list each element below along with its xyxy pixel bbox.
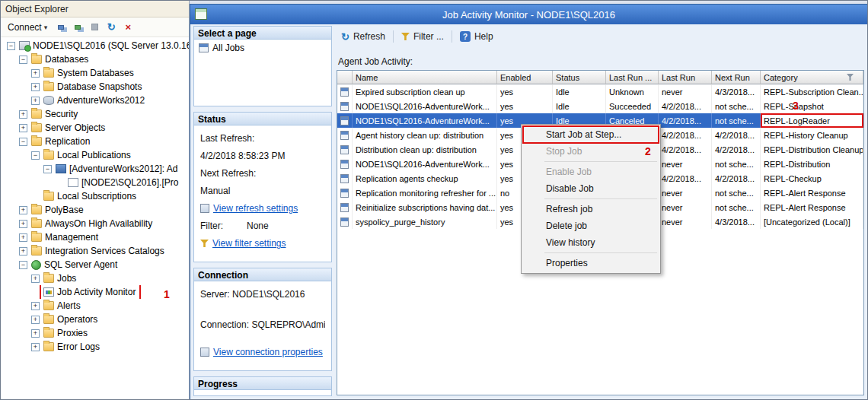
menu-item-disable-job[interactable]: Disable Job <box>523 180 659 197</box>
collapse-icon[interactable]: − <box>19 56 27 64</box>
tree-item-server-objects[interactable]: +Server Objects <box>1 121 189 135</box>
job-last-run: 4/2/2018... <box>659 171 712 186</box>
tree-item-adventureworks2012[interactable]: +AdventureWorks2012 <box>1 94 189 107</box>
job-icon <box>340 102 349 111</box>
tree-item-replication[interactable]: −Replication <box>1 135 189 148</box>
collapse-icon[interactable]: − <box>19 261 27 269</box>
column-header-last-run[interactable]: Last Run <box>659 71 712 84</box>
tree-item-label: System Databases <box>57 68 134 78</box>
menu-item-view-history[interactable]: View history <box>523 234 659 251</box>
expand-icon[interactable]: + <box>19 206 27 214</box>
expand-icon[interactable]: + <box>31 302 40 310</box>
expand-icon[interactable]: + <box>31 316 40 324</box>
tree-item-database-snapshots[interactable]: +Database Snapshots <box>1 80 189 94</box>
tree-item-integration-services-catalogs[interactable]: +Integration Services Catalogs <box>1 244 189 258</box>
expand-icon[interactable]: + <box>31 97 40 105</box>
job-icon <box>340 189 349 198</box>
status-panel: Last Refresh: 4/2/2018 8:58:23 PM Next R… <box>193 125 332 262</box>
tree-item-sql-server-agent[interactable]: −SQL Server Agent <box>1 258 189 271</box>
tree-item-adventureworks2012-ad[interactable]: −[AdventureWorks2012]: Ad <box>1 162 189 176</box>
job-next-run: 4/2/2018... <box>712 142 761 157</box>
tree-item-system-databases[interactable]: +System Databases <box>1 66 189 80</box>
folder-icon <box>43 329 54 338</box>
column-header-last-run[interactable]: Last Run ... <box>606 71 659 84</box>
all-jobs-icon <box>199 43 209 52</box>
tree-item-alwayson-high-availability[interactable]: +AlwaysOn High Availability <box>1 217 189 230</box>
tree-item-node2-sql2016-pro[interactable]: [NODE2\SQL2016].[Pro <box>1 176 189 189</box>
clear-filter-icon[interactable]: × <box>122 21 134 33</box>
folder-icon <box>31 110 42 119</box>
view-filter-settings-row: View filter settings <box>200 238 325 249</box>
help-button[interactable]: ? Help <box>455 30 498 43</box>
chevron-down-icon: ▾ <box>44 24 48 31</box>
column-header-icon[interactable] <box>337 71 353 84</box>
page-item-all-jobs[interactable]: All Jobs <box>194 40 331 56</box>
expand-icon[interactable]: + <box>31 329 40 338</box>
disconnect-icon[interactable] <box>55 21 67 33</box>
collapse-icon[interactable]: − <box>31 151 40 160</box>
tree-item-proxies[interactable]: +Proxies <box>1 326 189 340</box>
expand-icon[interactable]: + <box>19 220 27 228</box>
toolbar-separator <box>452 30 452 43</box>
job-next-run: not sche... <box>712 200 761 214</box>
collapse-icon[interactable]: − <box>19 138 27 146</box>
tree-item-databases[interactable]: −Databases <box>1 52 189 66</box>
expand-icon[interactable]: + <box>19 247 27 256</box>
refresh-button[interactable]: ↻ Refresh <box>337 30 390 44</box>
tree-item-label: PolyBase <box>45 205 84 215</box>
column-header-name[interactable]: Name <box>353 71 497 84</box>
refresh-icon[interactable]: ↻ <box>105 21 117 33</box>
tree-item-content: Security <box>30 108 81 120</box>
stop-glyph <box>91 24 98 30</box>
expand-icon[interactable]: + <box>19 110 27 119</box>
collapse-icon[interactable]: − <box>43 165 52 173</box>
tree-item-local-subscriptions[interactable]: Local Subscriptions <box>1 189 189 203</box>
tree-item-job-activity-monitor[interactable]: Job Activity Monitor <box>1 285 189 299</box>
folder-icon <box>43 151 54 160</box>
view-filter-settings-link[interactable]: View filter settings <box>212 238 286 249</box>
expand-icon[interactable]: + <box>31 343 40 351</box>
tree-item-management[interactable]: +Management <box>1 230 189 244</box>
tree-item-security[interactable]: +Security <box>1 107 189 121</box>
view-refresh-settings-link[interactable]: View refresh settings <box>213 203 298 214</box>
job-row[interactable]: Expired subscription clean upyesIdleUnkn… <box>337 84 863 99</box>
view-connection-properties-link[interactable]: View connection properties <box>213 347 323 357</box>
expand-icon[interactable]: + <box>19 233 27 242</box>
tree-item-content: PolyBase <box>30 204 87 216</box>
expand-icon[interactable]: + <box>19 124 27 132</box>
object-explorer-panel: Object Explorer Connect ▾ ↻ × −NODE1\SQL… <box>1 1 190 400</box>
refresh-label: Refresh <box>353 31 385 42</box>
expand-icon[interactable]: + <box>31 83 40 91</box>
tree-item-polybase[interactable]: +PolyBase <box>1 203 189 217</box>
menu-item-refresh-job[interactable]: Refresh job <box>523 201 659 217</box>
job-activity-monitor-icon <box>195 8 207 20</box>
column-header-next-run[interactable]: Next Run <box>712 71 761 84</box>
column-header-enabled[interactable]: Enabled <box>497 71 553 84</box>
tree-item-node1-sql2016-sql-server-13-0-160[interactable]: −NODE1\SQL2016 (SQL Server 13.0.160 <box>1 39 189 52</box>
help-label: Help <box>474 31 493 42</box>
object-explorer-title: Object Explorer <box>5 4 69 14</box>
job-next-run: not sche... <box>712 113 761 128</box>
filter-button[interactable]: Filter ... <box>397 30 448 43</box>
tree-item-error-logs[interactable]: +Error Logs <box>1 340 189 354</box>
job-row[interactable]: NODE1\SQL2016-AdventureWork...yesIdleSuc… <box>337 99 863 113</box>
tree-item-jobs[interactable]: +Jobs <box>1 271 189 285</box>
tree-item-local-publications[interactable]: −Local Publications <box>1 148 189 162</box>
annotation-3: 3 <box>793 100 799 112</box>
tree-item-operators[interactable]: +Operators <box>1 313 189 326</box>
register-server-icon[interactable] <box>72 21 84 33</box>
connect-button[interactable]: Connect ▾ <box>5 21 50 34</box>
column-header-status[interactable]: Status <box>553 71 606 84</box>
collapse-icon[interactable]: − <box>7 42 15 50</box>
expand-icon[interactable]: + <box>31 275 40 283</box>
category-filter-icon[interactable] <box>847 74 854 81</box>
menu-item-delete-job[interactable]: Delete job <box>523 217 659 234</box>
menu-item-properties[interactable]: Properties <box>523 255 659 271</box>
expand-icon[interactable]: + <box>31 69 40 78</box>
tree-item-alerts[interactable]: +Alerts <box>1 299 189 313</box>
connection-properties-icon <box>200 348 209 357</box>
menu-item-start-job-at-step[interactable]: Start Job at Step... <box>523 126 659 143</box>
window-titlebar[interactable]: Job Activity Monitor - NODE1\SQL2016 <box>190 5 867 24</box>
filter-label: Filter: <box>200 221 223 231</box>
column-header-category[interactable]: Category <box>761 71 863 84</box>
